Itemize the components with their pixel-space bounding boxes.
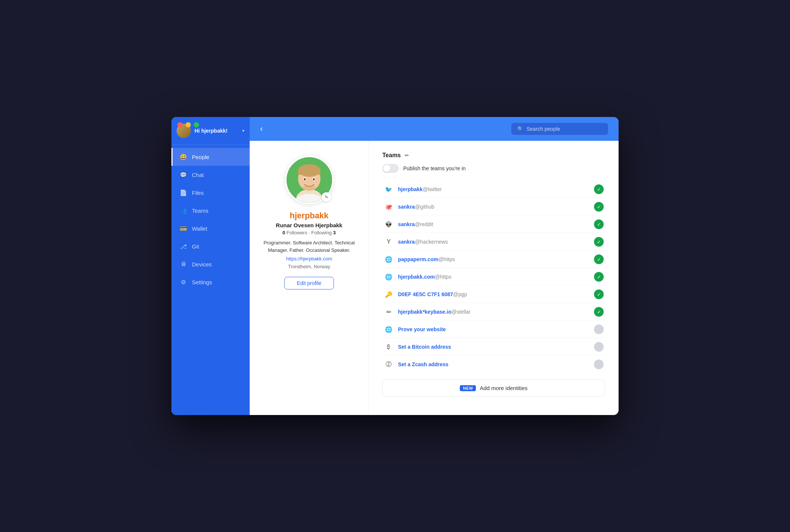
- identity-suffix-https1: @https: [438, 256, 455, 262]
- verified-check-stellar: ✓: [594, 307, 604, 317]
- add-identities-label: Add more identities: [480, 385, 527, 391]
- identity-name-twitter: hjerpbakk: [398, 186, 423, 192]
- people-icon: 😀: [179, 153, 187, 161]
- settings-icon: ⚙: [179, 278, 187, 286]
- verified-check-https2: ✓: [594, 272, 604, 282]
- verified-check-https1: ✓: [594, 254, 604, 264]
- nav-items: 😀 People 💬 Chat 📄 Files 👥 Teams 💳 Wallet…: [171, 145, 250, 415]
- profile-avatar-wrap: ✎: [285, 156, 334, 204]
- sidebar-item-files[interactable]: 📄 Files: [171, 184, 250, 202]
- identity-row-website[interactable]: 🌐 Prove your website: [382, 321, 605, 338]
- identity-row-pgp[interactable]: 🔑 D0EF 4E5C C7F1 6087@pgp ✓: [382, 286, 605, 303]
- edit-avatar-button[interactable]: ✎: [322, 192, 331, 202]
- identity-name-github: sankra: [398, 204, 415, 210]
- sidebar-item-label-people: People: [192, 154, 209, 160]
- website-icon: 🌐: [384, 324, 394, 334]
- wallet-icon: 💳: [179, 224, 187, 232]
- verified-check-hackernews: ✓: [594, 237, 604, 247]
- sidebar-item-label-files: Files: [192, 190, 204, 196]
- verified-check-github: ✓: [594, 202, 604, 212]
- identity-row-https2[interactable]: 🌐 hjerpbakk.com@https ✓: [382, 269, 605, 285]
- teams-header: Teams ✏: [382, 152, 605, 159]
- unverified-check-zcash: [594, 360, 604, 369]
- search-input[interactable]: Search people: [527, 126, 560, 132]
- identity-row-reddit[interactable]: 👽 sankra@reddit ✓: [382, 216, 605, 233]
- identity-suffix-hackernews: @hackernews: [415, 239, 448, 245]
- add-identities-button[interactable]: NEW Add more identities: [382, 379, 605, 397]
- profile-location: Trondheim, Norway: [288, 264, 330, 269]
- sidebar-item-people[interactable]: 😀 People: [171, 148, 250, 166]
- identity-row-zcash[interactable]: Ⓩ Set a Zcash address: [382, 356, 605, 373]
- profile-stats: 0 Followers · Following 3: [282, 230, 336, 235]
- hackernews-icon: Y: [384, 237, 394, 247]
- topbar: ‹ 🔍 Search people: [250, 117, 619, 141]
- verified-check-twitter: ✓: [594, 184, 604, 194]
- pgp-icon: 🔑: [384, 289, 394, 299]
- identity-name-https1: pappaperm.com: [398, 256, 438, 262]
- followers-count: 0: [282, 230, 285, 235]
- svg-point-4: [298, 164, 320, 177]
- teams-title: Teams: [382, 152, 401, 159]
- verified-check-reddit: ✓: [594, 219, 604, 229]
- content-area: ✎ hjerpbakk Runar Ovesen Hjerpbakk 0 Fol…: [250, 141, 619, 415]
- publish-row: Publish the teams you're in: [382, 164, 605, 173]
- identity-row-hackernews[interactable]: Y sankra@hackernews ✓: [382, 234, 605, 250]
- sidebar-item-git[interactable]: ⎇ Git: [171, 237, 250, 255]
- svg-rect-5: [298, 171, 320, 175]
- sidebar-item-teams[interactable]: 👥 Teams: [171, 202, 250, 219]
- following-count: 3: [333, 230, 336, 235]
- publish-label: Publish the teams you're in: [403, 165, 466, 171]
- close-button[interactable]: [177, 122, 183, 127]
- stellar-icon: ✏: [384, 307, 394, 317]
- profile-panel: ✎ hjerpbakk Runar Ovesen Hjerpbakk 0 Fol…: [250, 141, 369, 415]
- maximize-button[interactable]: [194, 122, 199, 127]
- https1-icon: 🌐: [384, 254, 394, 264]
- profile-fullname: Runar Ovesen Hjerpbakk: [276, 222, 342, 228]
- identity-name-https2: hjerpbakk.com: [398, 274, 435, 280]
- sidebar-item-label-chat: Chat: [192, 172, 204, 178]
- reddit-icon: 👽: [384, 219, 394, 229]
- identity-row-stellar[interactable]: ✏ hjerpbakk*keybase.io@stellar ✓: [382, 304, 605, 320]
- devices-icon: 🖥: [179, 260, 187, 268]
- identity-row-bitcoin[interactable]: ₿ Set a Bitcoin address: [382, 339, 605, 355]
- profile-username: hjerpbakk: [290, 211, 329, 221]
- svg-point-8: [304, 178, 306, 180]
- chat-icon: 💬: [179, 171, 187, 179]
- edit-profile-button[interactable]: Edit profile: [284, 277, 334, 289]
- twitter-icon: 🐦: [384, 184, 394, 194]
- sidebar-item-devices[interactable]: 🖥 Devices: [171, 255, 250, 273]
- identity-suffix-https2: @https: [435, 274, 452, 280]
- identity-row-https1[interactable]: 🌐 pappaperm.com@https ✓: [382, 251, 605, 268]
- teams-icon: 👥: [179, 206, 187, 215]
- minimize-button[interactable]: [186, 122, 191, 127]
- sidebar-item-settings[interactable]: ⚙ Settings: [171, 273, 250, 291]
- identity-row-twitter[interactable]: 🐦 hjerpbakk@twitter ✓: [382, 181, 605, 198]
- followers-label: Followers · Following: [287, 230, 333, 235]
- identity-panel: Teams ✏ Publish the teams you're in 🐦 hj…: [369, 141, 619, 415]
- identity-name-stellar: hjerpbakk*keybase.io: [398, 309, 451, 315]
- identity-row-github[interactable]: 🐙 sankra@github ✓: [382, 199, 605, 215]
- identity-name-zcash: Set a Zcash address: [398, 361, 448, 367]
- back-button[interactable]: ‹: [260, 125, 263, 133]
- publish-toggle[interactable]: [382, 164, 399, 173]
- identity-name-hackernews: sankra: [398, 239, 415, 245]
- edit-teams-icon[interactable]: ✏: [405, 152, 409, 158]
- identity-name-bitcoin: Set a Bitcoin address: [398, 344, 451, 350]
- zcash-icon: Ⓩ: [384, 360, 394, 369]
- main-area: ‹ 🔍 Search people: [250, 117, 619, 415]
- profile-website[interactable]: https://hjerpbakk.com: [286, 256, 332, 262]
- svg-point-9: [313, 178, 315, 180]
- search-icon: 🔍: [517, 126, 524, 132]
- sidebar-item-label-wallet: Wallet: [192, 225, 207, 232]
- unverified-check-bitcoin: [594, 342, 604, 352]
- identity-name-reddit: sankra: [398, 221, 415, 227]
- search-box[interactable]: 🔍 Search people: [511, 123, 608, 135]
- identity-name-pgp: D0EF 4E5C C7F1 6087: [398, 291, 453, 297]
- identity-list: 🐦 hjerpbakk@twitter ✓ 🐙 sankra@github ✓ …: [382, 181, 605, 373]
- svg-point-10: [302, 185, 316, 191]
- sidebar-item-wallet[interactable]: 💳 Wallet: [171, 219, 250, 237]
- unverified-check-website: [594, 324, 604, 334]
- identity-suffix-github: @github: [415, 204, 434, 210]
- sidebar-item-chat[interactable]: 💬 Chat: [171, 166, 250, 184]
- identity-suffix-pgp: @pgp: [453, 291, 467, 297]
